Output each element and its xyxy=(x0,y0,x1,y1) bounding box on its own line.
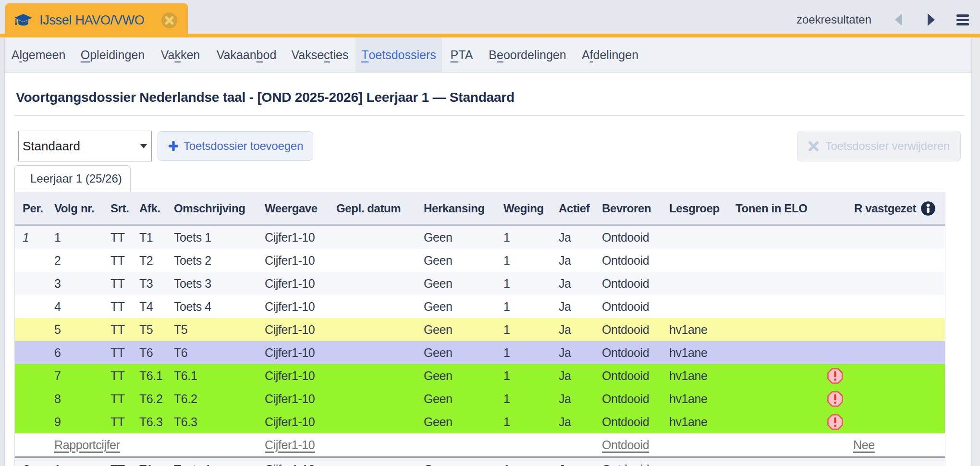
cell-omschrijving: T5 xyxy=(166,318,257,341)
cell-actief: Ja xyxy=(551,387,594,410)
cell-lesgroep: hv1ane xyxy=(662,387,728,410)
link-nee[interactable]: Nee xyxy=(853,438,875,452)
cell-per: 2 xyxy=(15,458,47,466)
cell-weergave: Cijfer1-10 xyxy=(257,341,329,364)
nav-item-vaksecties[interactable]: Vaksecties xyxy=(284,37,355,72)
cell-weging: 1 xyxy=(496,341,551,364)
warning-icon xyxy=(827,414,843,430)
cell-weergave: Cijfer1-10 xyxy=(257,387,329,410)
cell-bevroren: Ontdooid xyxy=(594,433,662,456)
nav-item-algemeen[interactable]: Algemeen xyxy=(4,37,73,72)
cell-tonen_in_elo xyxy=(728,249,820,272)
cell-actief: Ja xyxy=(551,249,594,272)
cell-actief: Ja xyxy=(551,295,594,318)
cell-srt: TT xyxy=(103,458,132,466)
cell-srt: TT xyxy=(103,249,132,272)
delete-dossier-button[interactable]: Toetsdossier verwijderen xyxy=(797,131,961,161)
cell-per xyxy=(15,272,47,295)
cell-tonen_in_elo xyxy=(728,433,820,456)
cell-bevroren: Ontdooid xyxy=(594,318,662,341)
school-tab[interactable]: IJssel HAVO/VWO xyxy=(5,3,188,37)
cell-herkansing: Geen xyxy=(416,364,496,387)
cell-r_vastgezet xyxy=(820,410,945,433)
table-row[interactable]: 8TTT6.2T6.2Cijfer1-10Geen1JaOntdooidhv1a… xyxy=(15,387,945,410)
prev-arrow-icon[interactable] xyxy=(895,13,902,26)
cell-omschrijving: Toets 4 xyxy=(166,295,257,318)
cell-bevroren: Ontdooid xyxy=(594,341,662,364)
cell-bevroren: Ontdooid xyxy=(594,364,662,387)
nav-item-vakaanbod[interactable]: Vakaanbod xyxy=(208,37,284,72)
scrollbar-track[interactable] xyxy=(971,37,980,466)
x-icon xyxy=(808,141,819,152)
cell-gepl_datum xyxy=(329,387,416,410)
cell-tonen_in_elo xyxy=(728,364,820,387)
close-tab-button[interactable] xyxy=(161,12,177,28)
cell-r_vastgezet xyxy=(820,318,945,341)
year-tab[interactable]: Leerjaar 1 (25/26) xyxy=(14,165,131,192)
cell-omschrijving xyxy=(166,433,257,456)
cell-weging xyxy=(496,433,551,456)
cell-afk: T1 xyxy=(132,458,166,466)
column-header-afk: Afk. xyxy=(132,192,166,224)
column-header-actief: Actief xyxy=(551,192,594,224)
top-bar: IJssel HAVO/VWO zoekresultaten xyxy=(0,0,980,34)
next-arrow-icon[interactable] xyxy=(928,13,935,26)
cell-srt: TT xyxy=(103,410,132,433)
table-row[interactable]: 6TTT6T6Cijfer1-10Geen1JaOntdooidhv1ane xyxy=(15,341,945,364)
cell-srt xyxy=(103,433,132,456)
nav-item-vakken[interactable]: Vakken xyxy=(152,37,208,72)
cell-volgnr: 9 xyxy=(47,410,103,433)
table-row[interactable]: 11TTT1Toets 1Cijfer1-10Geen1JaOntdooid xyxy=(15,226,945,249)
cell-volgnr: 7 xyxy=(47,364,103,387)
column-header-weging: Weging xyxy=(496,192,551,224)
cell-afk: T4 xyxy=(132,295,166,318)
column-header-srt: Srt. xyxy=(103,192,132,224)
cell-weging: 1 xyxy=(496,226,551,249)
table-row[interactable]: 21TTT1Toets 1Cijfer1-10Geen1JaOntdooid xyxy=(15,458,945,466)
cell-omschrijving: T6.1 xyxy=(166,364,257,387)
cell-lesgroep: hv1ane xyxy=(662,318,728,341)
nav-item-toetsdossiers[interactable]: Toetsdossiers xyxy=(355,37,442,72)
cell-srt: TT xyxy=(103,364,132,387)
cell-herkansing xyxy=(416,433,496,456)
hamburger-menu-icon[interactable] xyxy=(956,14,969,25)
nav-item-afdelingen[interactable]: Afdelingen xyxy=(574,37,647,72)
nav-item-opleidingen[interactable]: Opleidingen xyxy=(73,37,152,72)
add-dossier-button[interactable]: Toetsdossier toevoegen xyxy=(158,131,313,161)
table-row[interactable]: 4TTT4Toets 4Cijfer1-10Geen1JaOntdooid xyxy=(15,295,945,318)
cell-gepl_datum xyxy=(329,341,416,364)
table-row[interactable]: 7TTT6.1T6.1Cijfer1-10Geen1JaOntdooidhv1a… xyxy=(15,364,945,387)
cell-volgnr: 1 xyxy=(47,458,103,466)
cell-herkansing: Geen xyxy=(416,295,496,318)
cell-afk: T6.3 xyxy=(132,410,166,433)
cell-omschrijving: T6 xyxy=(166,341,257,364)
link-cijfer1-10[interactable]: Cijfer1-10 xyxy=(265,438,315,452)
cell-omschrijving: Toets 1 xyxy=(166,226,257,249)
cell-volgnr: Rapportcijfer xyxy=(47,433,103,456)
cell-per xyxy=(15,433,47,456)
table-row[interactable]: 2TTT2Toets 2Cijfer1-10Geen1JaOntdooid xyxy=(15,249,945,272)
cell-r_vastgezet xyxy=(820,364,945,387)
cell-afk: T6.1 xyxy=(132,364,166,387)
table-row-rapportcijfer[interactable]: RapportcijferCijfer1-10OntdooidNee xyxy=(15,433,945,456)
link-ontdooid[interactable]: Ontdooid xyxy=(602,438,649,452)
table-row[interactable]: 5TTT5T5Cijfer1-10Geen1JaOntdooidhv1ane xyxy=(15,318,945,341)
column-header-tonen_in_elo: Tonen in ELO xyxy=(728,192,820,224)
nav-item-pta[interactable]: PTA xyxy=(442,37,481,72)
search-results-label[interactable]: zoekresultaten xyxy=(796,13,871,26)
dossier-type-select[interactable]: Standaard xyxy=(18,131,152,161)
cell-omschrijving: Toets 3 xyxy=(166,272,257,295)
cell-herkansing: Geen xyxy=(416,249,496,272)
table-row[interactable]: 3TTT3Toets 3Cijfer1-10Geen1JaOntdooid xyxy=(15,272,945,295)
orange-accent-strip xyxy=(0,34,980,37)
school-tab-title: IJssel HAVO/VWO xyxy=(39,13,145,28)
cell-weergave: Cijfer1-10 xyxy=(257,226,329,249)
cell-actief: Ja xyxy=(551,226,594,249)
cell-afk: T2 xyxy=(132,249,166,272)
cell-weging: 1 xyxy=(496,387,551,410)
warning-icon xyxy=(827,391,843,407)
cell-lesgroep xyxy=(662,249,728,272)
column-header-weergave: Weergave xyxy=(257,192,329,224)
table-row[interactable]: 9TTT6.3T6.3Cijfer1-10Geen1JaOntdooidhv1a… xyxy=(15,410,945,433)
nav-item-beoordelingen[interactable]: Beoordelingen xyxy=(481,37,574,72)
